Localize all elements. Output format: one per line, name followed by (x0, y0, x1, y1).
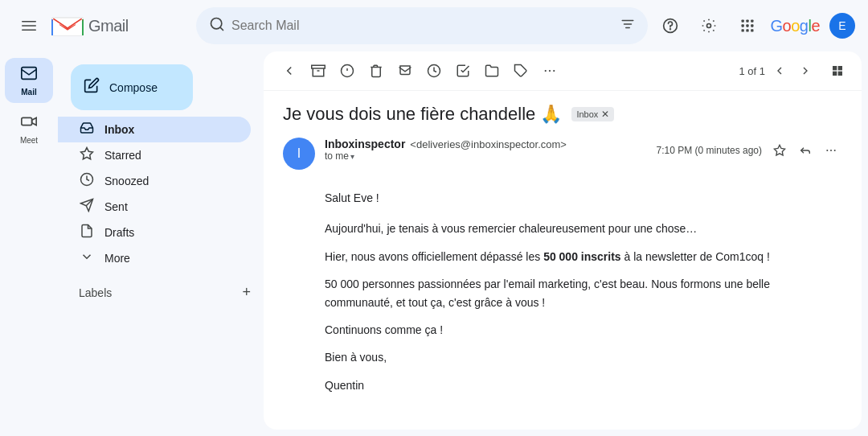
sidebar-item-sent[interactable]: Sent (58, 194, 251, 220)
compose-icon (84, 77, 100, 97)
labels-add-button[interactable]: + (242, 284, 251, 301)
report-spam-button[interactable] (334, 58, 360, 84)
inbox-badge-close[interactable]: ✕ (601, 109, 609, 120)
svg-point-38 (830, 150, 832, 151)
prev-page-button[interactable] (768, 60, 791, 82)
email-sign1: Bien à vous, (325, 348, 804, 366)
reply-button-header[interactable] (794, 139, 817, 162)
avatar[interactable]: E (829, 13, 855, 39)
sidebar: Compose Inbox Starred Snoozed Sent (58, 51, 264, 436)
more-icon (79, 249, 95, 268)
search-options-icon[interactable] (620, 17, 635, 35)
svg-point-39 (834, 150, 836, 151)
email-subject: Je vous dois une fière chandelle 🙏 (283, 104, 562, 125)
svg-rect-9 (751, 20, 754, 23)
svg-rect-14 (747, 29, 749, 31)
sidebar-item-more[interactable]: More (58, 245, 251, 271)
svg-marker-36 (774, 145, 784, 155)
rail-meet-label: Meet (20, 136, 38, 145)
apps-button[interactable] (731, 10, 764, 42)
rail-item-mail[interactable]: Mail (5, 58, 53, 103)
sidebar-item-drafts[interactable]: Drafts (58, 220, 251, 245)
svg-marker-18 (81, 147, 93, 158)
main-content: Mail Meet Compose Inbox Starred (0, 51, 868, 436)
email-line4: Continuons comme ça ! (325, 321, 804, 339)
email-area: 1 of 1 Je vous dois une fière chandelle … (264, 51, 862, 430)
svg-point-29 (545, 70, 547, 72)
email-greeting: Salut Eve ! (325, 189, 804, 207)
archive-button[interactable] (305, 58, 331, 84)
rail-item-meet[interactable]: Meet (5, 106, 53, 151)
rail-mail-label: Mail (21, 88, 36, 97)
sidebar-item-snoozed[interactable]: Snoozed (58, 168, 251, 194)
next-page-button[interactable] (794, 60, 817, 82)
email-line2-bold: 50 000 inscrits (543, 250, 621, 263)
view-options-button[interactable] (826, 60, 849, 82)
more-label: More (104, 252, 130, 265)
svg-rect-11 (747, 24, 749, 27)
delete-button[interactable] (363, 58, 389, 84)
topbar-left: Gmail (13, 10, 190, 42)
sent-icon (79, 198, 95, 216)
svg-rect-7 (742, 20, 744, 23)
svg-rect-12 (751, 24, 754, 27)
svg-point-30 (549, 70, 551, 72)
search-input[interactable] (231, 19, 614, 33)
svg-rect-13 (742, 29, 744, 31)
svg-rect-16 (22, 68, 36, 80)
email-line1: Aujourd'hui, je tenais à vous remercier … (325, 220, 804, 237)
snooze-button[interactable] (421, 58, 447, 84)
drafts-icon (79, 224, 95, 242)
search-bar[interactable] (196, 7, 648, 44)
settings-button[interactable] (693, 10, 725, 42)
add-to-tasks-button[interactable] (450, 58, 476, 84)
google-wordmark: Google (770, 17, 820, 35)
topbar-right: Google E (654, 10, 855, 42)
svg-rect-1 (22, 25, 36, 27)
meet-icon (20, 113, 38, 134)
svg-rect-22 (312, 65, 326, 68)
starred-icon (79, 146, 95, 165)
starred-label: Starred (104, 149, 141, 162)
more-actions-button[interactable] (537, 58, 563, 84)
more-email-options[interactable] (820, 139, 842, 162)
help-button[interactable] (654, 10, 686, 42)
sender-to[interactable]: to me ▾ (325, 150, 647, 162)
label-button[interactable] (508, 58, 534, 84)
snoozed-icon (79, 172, 95, 191)
move-to-button[interactable] (479, 58, 505, 84)
mark-unread-button[interactable] (392, 58, 418, 84)
svg-rect-35 (838, 72, 842, 76)
svg-point-5 (670, 29, 671, 30)
svg-rect-0 (22, 21, 36, 23)
compose-button[interactable]: Compose (71, 64, 193, 110)
search-icon (209, 16, 225, 36)
svg-rect-15 (751, 29, 754, 31)
sidebar-item-starred[interactable]: Starred (58, 142, 251, 168)
left-rail: Mail Meet (0, 51, 58, 436)
svg-point-37 (826, 150, 828, 151)
email-timestamp-area: 7:10 PM (0 minutes ago) (657, 139, 842, 162)
star-button[interactable] (768, 139, 791, 162)
sidebar-item-inbox[interactable]: Inbox (58, 117, 251, 142)
email-body: Salut Eve ! Aujourd'hui, je tenais à vou… (264, 183, 862, 423)
email-line2: Hier, nous avons officiellement dépassé … (325, 248, 804, 265)
email-line2-post: à la newsletter de Com1coq ! (621, 250, 770, 263)
sender-name-row: Inboxinspector <deliveries@inboxinspecto… (325, 138, 647, 150)
gmail-text: Gmail (88, 17, 129, 35)
sender-email: <deliveries@inboxinspector.com> (410, 138, 567, 150)
email-toolbar: 1 of 1 (264, 51, 862, 91)
svg-rect-10 (742, 24, 744, 27)
svg-rect-32 (833, 66, 837, 70)
labels-header: Labels + (58, 271, 264, 304)
gmail-logo: Gmail (51, 14, 129, 37)
labels-title: Labels (79, 286, 112, 299)
svg-rect-33 (838, 66, 842, 70)
sender-avatar: I (283, 138, 315, 170)
email-meta: I Inboxinspector <deliveries@inboxinspec… (264, 131, 862, 183)
pagination: 1 of 1 (739, 65, 765, 77)
email-timestamp: 7:10 PM (0 minutes ago) (657, 145, 762, 156)
hamburger-menu[interactable] (13, 10, 45, 42)
svg-point-31 (553, 70, 555, 72)
back-button[interactable] (276, 58, 302, 84)
